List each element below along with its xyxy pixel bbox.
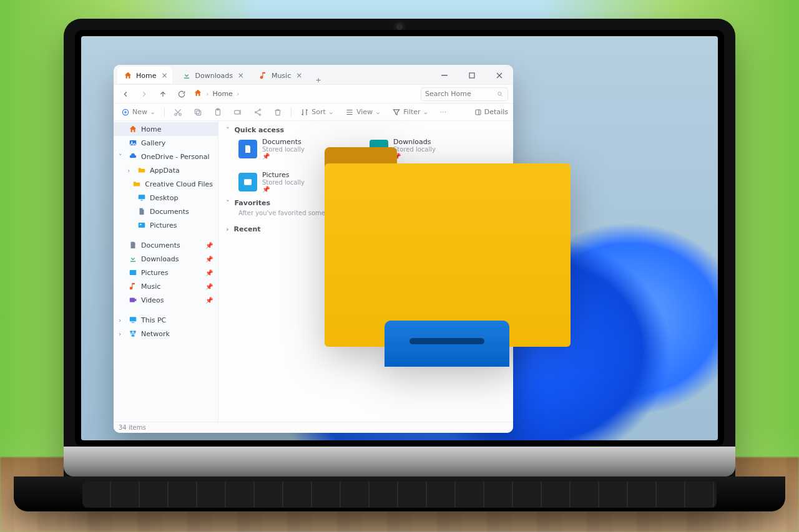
sidebar-item-home[interactable]: Home xyxy=(114,122,218,136)
breadcrumb[interactable]: › Home › xyxy=(194,89,416,99)
chevron-right-icon[interactable] xyxy=(119,330,125,338)
svg-point-12 xyxy=(260,114,261,115)
home-icon xyxy=(129,125,137,133)
svg-rect-1 xyxy=(469,73,474,78)
chevron-down-icon: ⌄ xyxy=(328,108,334,116)
delete-button[interactable] xyxy=(271,107,285,118)
toolbar-divider xyxy=(164,108,165,117)
sidebar-item-label: Videos xyxy=(141,296,164,304)
svg-rect-23 xyxy=(132,322,135,323)
details-pane-toggle[interactable]: Details xyxy=(474,108,508,116)
folder-drawer-handle xyxy=(409,338,484,344)
tab-downloads[interactable]: Downloads × xyxy=(176,67,248,84)
search-box[interactable] xyxy=(421,87,508,101)
view-button-label: View xyxy=(356,108,373,116)
music-icon xyxy=(129,282,137,291)
sidebar-item-network[interactable]: Network xyxy=(114,327,218,341)
laptop-hinge xyxy=(64,447,735,476)
sidebar-item-this-pc[interactable]: This PC xyxy=(114,313,218,327)
svg-rect-22 xyxy=(130,317,137,321)
sidebar-item-quick-music[interactable]: Music 📌 xyxy=(114,279,218,293)
section-title: Favorites xyxy=(235,199,270,207)
display: Home × Downloads × xyxy=(75,30,724,447)
pictures-icon xyxy=(238,173,257,191)
sidebar-item-quick-documents[interactable]: Documents 📌 xyxy=(114,238,218,252)
nav-up-button[interactable] xyxy=(156,87,170,101)
tab-label: Home xyxy=(136,72,156,80)
laptop-deck xyxy=(14,476,785,511)
sidebar-item-label: Gallery xyxy=(141,139,165,147)
nav-refresh-button[interactable] xyxy=(175,87,189,101)
nav-forward-button[interactable] xyxy=(137,87,151,101)
sidebar-item-label: AppData xyxy=(150,167,180,175)
pictures-icon xyxy=(129,268,137,277)
keyboard xyxy=(82,481,717,508)
sidebar-item-quick-pictures[interactable]: Pictures 📌 xyxy=(114,266,218,279)
cut-button[interactable] xyxy=(171,107,185,118)
sidebar-item-desktop[interactable]: Desktop xyxy=(114,191,218,205)
search-input[interactable] xyxy=(425,90,494,98)
network-icon xyxy=(129,329,137,338)
tab-close-icon[interactable]: × xyxy=(161,71,167,80)
tab-music[interactable]: Music × xyxy=(253,67,307,84)
folder-icon xyxy=(137,166,146,175)
new-button[interactable]: New ⌄ xyxy=(119,107,158,118)
tab-home[interactable]: Home × xyxy=(117,67,172,84)
tab-label: Music xyxy=(272,72,291,80)
sort-button[interactable]: Sort ⌄ xyxy=(298,107,336,118)
tile-subtitle: Stored locally xyxy=(262,179,305,186)
desktop-icon xyxy=(137,193,146,202)
window-maximize-button[interactable] xyxy=(458,67,486,84)
pin-icon: 📌 xyxy=(205,283,213,290)
paste-button[interactable] xyxy=(211,107,225,118)
chevron-down-icon[interactable] xyxy=(119,153,125,161)
sidebar-item-label: Pictures xyxy=(150,221,177,230)
tab-close-icon[interactable]: × xyxy=(296,71,302,80)
tile-title: Downloads xyxy=(393,138,436,146)
svg-rect-5 xyxy=(197,110,201,115)
downloads-icon xyxy=(182,71,191,80)
tile-pictures[interactable]: Pictures Stored locally 📌 xyxy=(238,171,332,193)
nav-back-button[interactable] xyxy=(119,87,132,101)
section-header[interactable]: ˅ Quick access xyxy=(226,126,506,134)
view-button[interactable]: View ⌄ xyxy=(343,107,383,118)
rename-button[interactable] xyxy=(231,107,245,118)
sidebar-item-onedrive[interactable]: OneDrive - Personal xyxy=(114,150,218,163)
sidebar-item-quick-videos[interactable]: Videos 📌 xyxy=(114,293,218,307)
section-title: Quick access xyxy=(235,126,285,134)
pin-icon: 📌 xyxy=(205,269,213,276)
chevron-right-icon[interactable] xyxy=(119,316,125,324)
new-button-label: New xyxy=(132,108,147,116)
tile-documents[interactable]: Documents Stored locally 📌 xyxy=(238,138,332,160)
svg-rect-6 xyxy=(195,109,200,114)
new-tab-button[interactable]: + xyxy=(311,76,326,84)
tile-title: Documents xyxy=(262,138,305,146)
onedrive-icon xyxy=(129,152,137,161)
sidebar-item-gallery[interactable]: Gallery xyxy=(114,136,218,150)
home-icon xyxy=(194,89,202,99)
filter-button[interactable]: Filter ⌄ xyxy=(390,107,431,118)
sidebar-item-label: Documents xyxy=(141,241,180,249)
sidebar-item-pictures[interactable]: Pictures xyxy=(114,218,218,232)
chevron-right-icon[interactable] xyxy=(127,167,134,175)
sidebar-item-creative-cloud[interactable]: Creative Cloud Files xyxy=(114,177,218,191)
window-minimize-button[interactable] xyxy=(431,67,458,84)
laptop: Home × Downloads × xyxy=(64,19,735,511)
chevron-down-icon: ⌄ xyxy=(423,108,429,116)
search-icon xyxy=(497,90,504,98)
tab-label: Downloads xyxy=(195,72,232,80)
sidebar-item-quick-downloads[interactable]: Downloads 📌 xyxy=(114,252,218,266)
breadcrumb-item[interactable]: Home xyxy=(212,90,232,98)
window-close-button[interactable] xyxy=(486,67,513,84)
sidebar-item-documents[interactable]: Documents xyxy=(114,205,218,218)
chevron-down-icon: ⌄ xyxy=(150,108,155,116)
folder-body xyxy=(325,163,571,347)
gallery-icon xyxy=(129,138,137,147)
pin-icon: 📌 xyxy=(262,186,305,193)
tab-close-icon[interactable]: × xyxy=(238,71,244,80)
share-button[interactable] xyxy=(251,107,265,118)
sidebar-item-appdata[interactable]: AppData xyxy=(114,163,218,177)
copy-button[interactable] xyxy=(191,107,205,118)
more-button[interactable]: ··· xyxy=(438,107,449,117)
details-label: Details xyxy=(484,108,508,116)
